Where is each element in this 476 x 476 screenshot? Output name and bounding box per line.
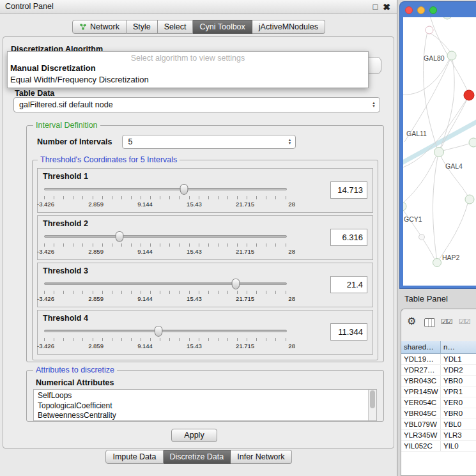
slider-track[interactable]	[44, 235, 287, 238]
right-column: GAL80 GAL11 GAL4 GCY1 HAP2 Table Panel ⚙…	[398, 0, 476, 476]
slider-thumb[interactable]	[232, 279, 240, 289]
list-scrollbar[interactable]	[368, 390, 376, 420]
selected-node[interactable]	[464, 90, 474, 100]
threshold-1-slider[interactable]: -3.426 2.859 9.144 15.43 21.715 28	[44, 184, 287, 211]
threshold-1-value-field[interactable]: 14.713	[330, 181, 367, 199]
table-data-combobox[interactable]: galFiltered.sif default node ▲▼	[13, 97, 380, 112]
table-row[interactable]: YBL079WYBL0	[401, 419, 476, 430]
numerical-attributes-label: Numerical Attributes	[36, 378, 380, 387]
slider-thumb[interactable]	[115, 231, 123, 242]
tab-style-label: Style	[133, 20, 151, 34]
slider-track[interactable]	[44, 282, 287, 285]
threshold-2-slider[interactable]: -3.426 2.859 9.144 15.43 21.715 28	[44, 231, 287, 258]
close-window-icon[interactable]: ✖	[383, 0, 390, 14]
threshold-3-panel: Threshold 3 -3.426 2.859 9.144 15.43 21.…	[37, 263, 373, 307]
numerical-attributes-list[interactable]: SelfLoops TopologicalCoefficient Between…	[33, 389, 377, 421]
table-row[interactable]: YBR045CYBR0	[401, 408, 476, 419]
node[interactable]	[469, 138, 476, 147]
tick-label: 15.43	[187, 295, 202, 302]
threshold-3-slider[interactable]: -3.426 2.859 9.144 15.43 21.715 28	[44, 279, 287, 305]
slider-thumb[interactable]	[154, 326, 162, 337]
node[interactable]	[443, 17, 452, 19]
top-tab-bar: Network Style Select Cyni Toolbox jActiv…	[0, 20, 397, 34]
slider-track[interactable]	[44, 188, 287, 190]
tab-network[interactable]: Network	[72, 20, 127, 34]
title-bar: Control Panel □ ✖	[0, 0, 397, 14]
list-item-topologicalcoefficient[interactable]: TopologicalCoefficient	[34, 401, 376, 411]
table-header-row: shared… n…	[401, 341, 476, 354]
threshold-2-value-field[interactable]: 6.316	[330, 229, 367, 246]
cell-name: YLR3	[441, 430, 476, 440]
dropdown-option-manual-discretization[interactable]: Manual Discretization	[10, 63, 368, 74]
threshold-3-value-field[interactable]: 21.4	[330, 276, 367, 293]
slider-track[interactable]	[44, 330, 287, 332]
tab-network-label: Network	[90, 20, 119, 34]
threshold-4-value-field[interactable]: 11.344	[330, 323, 367, 341]
cell-shared-name: YDR27…	[401, 365, 441, 375]
columns-icon[interactable]	[424, 318, 435, 327]
slider-thumb[interactable]	[180, 184, 188, 195]
mac-close-button[interactable]	[405, 6, 413, 14]
node[interactable]	[426, 26, 433, 34]
attributes-legend: Attributes to discretize	[33, 365, 117, 374]
select-none-icon[interactable]: ☑☑	[459, 318, 470, 326]
window-controls: □ ✖	[372, 0, 390, 14]
column-header-name[interactable]: n…	[441, 341, 476, 354]
threshold-4-slider[interactable]: -3.426 2.859 9.144 15.43 21.715 28	[44, 326, 287, 353]
dropdown-option-equal-width[interactable]: Equal Width/Frequency Discretization	[10, 74, 368, 86]
cell-name: YDR2	[441, 365, 476, 375]
apply-button[interactable]: Apply	[171, 429, 217, 442]
node[interactable]	[403, 202, 406, 211]
number-of-intervals-label: Number of Intervals	[37, 137, 112, 146]
tick-label: 28	[288, 201, 295, 208]
threshold-4-panel: Threshold 4 -3.426 2.859 9.144 15.43 21.…	[37, 310, 373, 355]
float-window-icon[interactable]: □	[372, 0, 378, 14]
threshold-1-panel: Threshold 1 -3.426 2.859 9.144 15.43 21.…	[37, 168, 373, 213]
tick-label: 21.715	[236, 342, 254, 349]
select-all-icon[interactable]: ☑☑	[441, 318, 452, 326]
list-item-selfloops[interactable]: SelfLoops	[34, 390, 376, 401]
network-icon	[79, 23, 87, 31]
tab-select[interactable]: Select	[158, 20, 194, 34]
tab-discretize-data[interactable]: Discretize Data	[164, 450, 231, 464]
table-row[interactable]: YLR345WYLR3	[401, 430, 476, 441]
list-item-betweennesscentrality[interactable]: BetweennessCentrality	[34, 411, 376, 421]
table-data-value: galFiltered.sif default node	[19, 98, 113, 112]
table-row[interactable]: YPR145WYPR1	[401, 387, 476, 397]
number-of-intervals-combobox[interactable]: 5 ▲▼	[122, 135, 296, 149]
tab-discretize-data-label: Discretize Data	[170, 450, 224, 464]
gear-icon[interactable]: ⚙	[407, 315, 416, 327]
node[interactable]	[465, 195, 474, 204]
mac-zoom-button[interactable]	[429, 6, 437, 14]
column-header-shared-name[interactable]: shared…	[401, 341, 441, 354]
node[interactable]	[434, 148, 444, 157]
tab-infer-network-label: Infer Network	[237, 450, 284, 464]
number-of-intervals-value: 5	[128, 135, 132, 148]
node[interactable]	[447, 51, 456, 60]
table-row[interactable]: YER054CYER0	[401, 397, 476, 408]
tick-label: 2.859	[88, 201, 104, 208]
tab-infer-network[interactable]: Infer Network	[231, 450, 291, 464]
tick-label: 2.859	[88, 295, 104, 302]
node[interactable]	[419, 234, 425, 240]
node[interactable]	[433, 259, 441, 267]
table-row[interactable]: YDR27…YDR2	[401, 365, 476, 376]
threshold-2-label: Threshold 2	[43, 219, 88, 228]
mac-minimize-button[interactable]	[417, 6, 425, 14]
node-label-gal80: GAL80	[424, 54, 445, 62]
tick-label: -3.426	[37, 201, 54, 208]
table-row[interactable]: YIL052CYIL0	[401, 441, 476, 452]
table-row[interactable]: YDL19…YDL1	[401, 354, 476, 365]
tick-label: 21.715	[236, 295, 254, 302]
slider-ticks	[44, 196, 287, 199]
tab-jactivemodules[interactable]: jActiveMNodules	[252, 20, 325, 34]
cell-name: YBL0	[441, 419, 476, 429]
slider-ticks	[44, 243, 287, 247]
tab-impute-data[interactable]: Impute Data	[105, 450, 163, 464]
table-row[interactable]: YBR043CYBR0	[401, 376, 476, 387]
network-canvas[interactable]: GAL80 GAL11 GAL4 GCY1 HAP2	[403, 17, 476, 286]
tab-style[interactable]: Style	[127, 20, 158, 34]
tab-cyni-toolbox[interactable]: Cyni Toolbox	[193, 20, 252, 34]
tick-label: 2.859	[88, 248, 104, 255]
scrollbar-thumb[interactable]	[370, 390, 375, 408]
